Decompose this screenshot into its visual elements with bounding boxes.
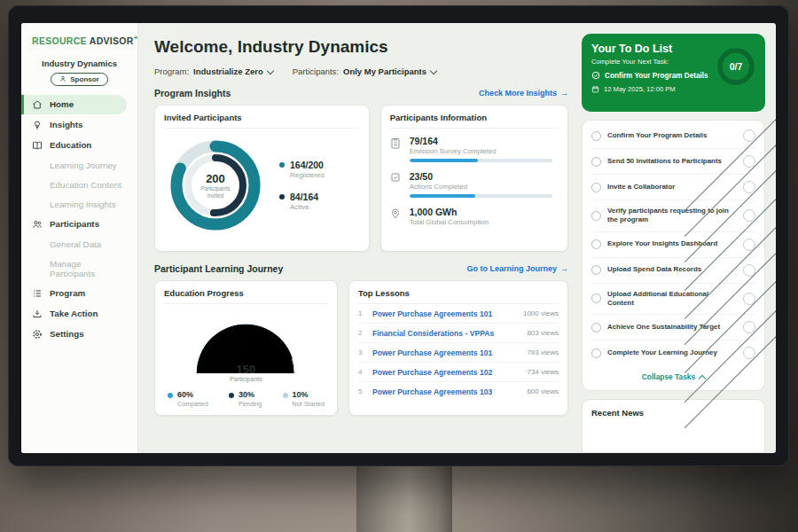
task-chevron-button[interactable]	[743, 347, 755, 359]
sidebar-item-manage-participants[interactable]: Manage Participants	[21, 254, 137, 283]
task-checkbox[interactable]	[591, 131, 601, 141]
people-icon	[32, 219, 43, 230]
task-checkbox[interactable]	[591, 183, 601, 192]
learning-journey-header: Participant Learning Journey Go to Learn…	[154, 263, 568, 274]
gauge-center-label: 150 Participants	[179, 363, 312, 382]
task-item[interactable]: Confirm Your Program Details	[591, 123, 755, 149]
donut-legend: 164/200 Registered 84/164 Active	[279, 160, 325, 211]
task-checkbox[interactable]	[591, 293, 601, 303]
task-checkbox[interactable]	[591, 157, 601, 167]
emission-survey-progress-bar	[410, 159, 553, 162]
participants-dropdown-value: Only My Participants	[343, 66, 426, 76]
task-chevron-button[interactable]	[743, 239, 755, 251]
task-chevron-button[interactable]	[743, 129, 755, 142]
invited-participants-card: Invited Participants 200 Participants In…	[154, 105, 370, 252]
task-checkbox[interactable]	[591, 211, 601, 221]
task-chevron-button[interactable]	[743, 181, 755, 193]
check-more-insights-link[interactable]: Check More Insights →	[479, 89, 568, 98]
arrow-right-icon: →	[560, 89, 568, 98]
sidebar-item-program[interactable]: Program	[21, 284, 137, 303]
sidebar-item-education[interactable]: Education	[21, 136, 137, 155]
lesson-row: 5 Power Purchase Agreements 103 600 view…	[358, 382, 559, 401]
sidebar-item-education-content[interactable]: Education Content	[21, 176, 137, 194]
legend-dot	[283, 393, 288, 398]
task-list-card: Confirm Your Program Details Send 50 Inv…	[582, 120, 765, 391]
home-icon	[32, 99, 43, 110]
lesson-row: 4 Power Purchase Agreements 102 734 view…	[358, 363, 559, 382]
sidebar-item-participants[interactable]: Participants	[21, 215, 137, 234]
lesson-link[interactable]: Power Purchase Agreements 102	[372, 368, 520, 377]
legend-item-registered: 164/200 Registered	[279, 160, 325, 179]
sidebar-item-take-action[interactable]: Take Action	[21, 304, 137, 324]
main-content: Welcome, Industry Dynamics Program: Indu…	[138, 23, 580, 453]
go-to-learning-journey-link[interactable]: Go to Learning Journey →	[466, 264, 568, 273]
program-dropdown[interactable]: Program: Industrialize Zero	[154, 66, 273, 76]
participants-dropdown-label: Participants:	[293, 66, 339, 76]
sidebar-item-label: Program	[50, 288, 85, 298]
task-checkbox[interactable]	[591, 239, 601, 249]
task-chevron-button[interactable]	[743, 155, 755, 168]
education-progress-gauge-chart: 150 Participants	[179, 308, 312, 384]
sidebar-item-label: Manage Participants	[50, 259, 127, 278]
legend-item-pending: 30% Pending	[229, 390, 262, 408]
lesson-link[interactable]: Power Purchase Agreements 101	[372, 309, 516, 318]
location-pin-icon	[390, 207, 401, 219]
sidebar: RESOURCE ADVISOR+ Industry Dynamics Spon…	[21, 23, 138, 453]
sidebar-item-insights[interactable]: Insights	[21, 115, 137, 135]
participants-dropdown[interactable]: Participants: Only My Participants	[293, 66, 436, 76]
sidebar-item-home[interactable]: Home	[21, 95, 127, 114]
task-chevron-button[interactable]	[743, 209, 755, 222]
sidebar-item-learning-journey[interactable]: Learning Journey	[21, 156, 137, 175]
invited-participants-donut-chart: 200 Participants Invited	[164, 134, 267, 237]
gear-icon	[32, 329, 43, 340]
sidebar-item-learning-insights[interactable]: Learning Insights	[21, 195, 137, 214]
person-icon	[59, 75, 66, 82]
participants-information-card: Participants Information 79/164 Emission…	[380, 105, 568, 252]
logo-part2: ADVISOR	[90, 35, 134, 46]
task-chevron-button[interactable]	[743, 293, 755, 305]
link-label: Go to Learning Journey	[466, 264, 557, 273]
task-chevron-button[interactable]	[743, 264, 755, 277]
check-square-icon	[390, 172, 401, 183]
sponsor-badge-label: Sponsor	[70, 75, 98, 83]
link-label: Check More Insights	[479, 89, 557, 98]
sponsor-badge[interactable]: Sponsor	[51, 73, 107, 86]
lesson-row: 2 Financial Considerations - VPPAs 803 v…	[358, 324, 559, 343]
app-logo: RESOURCE ADVISOR+	[21, 32, 137, 48]
lesson-link[interactable]: Financial Considerations - VPPAs	[372, 329, 520, 338]
sidebar-nav: Home Insights Education Learning Journey…	[21, 95, 137, 344]
org-name: Industry Dynamics	[21, 59, 137, 68]
global-consumption-row: 1,000 GWh Total Global Consumption	[390, 200, 559, 231]
sidebar-item-settings[interactable]: Settings	[21, 325, 137, 344]
legend-item-completed: 60% Completed	[168, 390, 208, 408]
task-checkbox[interactable]	[591, 323, 601, 332]
chevron-down-icon	[266, 66, 273, 74]
sidebar-item-label: Education Content	[50, 180, 121, 190]
lesson-row: 3 Power Purchase Agreements 101 793 view…	[358, 343, 559, 363]
card-title: Invited Participants	[164, 113, 360, 129]
sidebar-item-label: Learning Journey	[50, 160, 117, 170]
emission-survey-row: 79/164 Emission Survey Completed	[390, 129, 559, 164]
chevron-down-icon	[430, 66, 437, 74]
task-checkbox[interactable]	[591, 348, 601, 358]
lesson-link[interactable]: Power Purchase Agreements 101	[372, 348, 520, 357]
card-title: Education Progress	[164, 288, 328, 304]
task-chevron-button[interactable]	[743, 321, 755, 333]
logo-plus: +	[134, 34, 138, 42]
sidebar-item-label: Education	[50, 140, 91, 150]
program-dropdown-label: Program:	[154, 66, 189, 76]
page-title: Welcome, Industry Dynamics	[154, 37, 568, 57]
monitor-stand	[356, 461, 452, 532]
dashboard-screen: RESOURCE ADVISOR+ Industry Dynamics Spon…	[21, 23, 776, 453]
clipboard-icon	[390, 137, 401, 149]
task-checkbox[interactable]	[591, 265, 601, 275]
sidebar-item-label: Participants	[50, 219, 99, 229]
sidebar-item-general-data[interactable]: General Data	[21, 235, 137, 254]
sidebar-item-label: Learning Insights	[50, 200, 116, 209]
donut-center-label: 200 Participants Invited	[164, 134, 267, 237]
lesson-link[interactable]: Power Purchase Agreements 103	[372, 387, 520, 396]
sidebar-item-label: General Data	[50, 239, 101, 249]
logo-part1: RESOURCE	[32, 35, 87, 46]
arrow-right-icon: →	[560, 264, 568, 273]
download-icon	[32, 309, 43, 319]
